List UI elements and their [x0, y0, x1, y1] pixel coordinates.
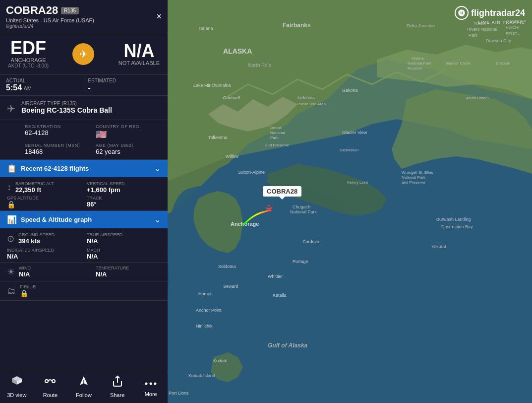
share-button[interactable]: Share	[101, 373, 134, 400]
svg-text:FIRST...: FIRST...	[506, 31, 520, 36]
serial-label: SERIAL NUMBER (MSN)	[25, 143, 90, 148]
svg-text:Park: Park	[270, 135, 279, 140]
svg-text:National Park: National Park	[290, 209, 317, 214]
true-airspeed-block: TRUE AIRSPEED N/A	[87, 232, 161, 245]
actual-time: 5:54	[6, 83, 22, 92]
temperature-block: TEMPERATURE N/A	[96, 266, 161, 278]
estimated-label: ESTIMATED	[88, 78, 162, 83]
estimated-time: -	[88, 83, 162, 92]
mach-block: MACH N/A	[87, 248, 161, 260]
baro-alt-value: 22,350 ft	[15, 186, 55, 194]
true-airspeed-value: N/A	[87, 237, 161, 245]
track-block: TRACK 86°	[87, 196, 161, 208]
close-button[interactable]: ×	[156, 11, 162, 22]
aircraft-tooltip: COBRA28	[263, 186, 301, 197]
aircraft-type-label: AIRCRAFT TYPE (R135)	[21, 101, 112, 106]
serial-value: 18468	[25, 148, 90, 155]
vertical-speed-label: VERTICAL SPEED	[87, 181, 161, 186]
wind-icon: ☀	[7, 267, 15, 277]
svg-text:Gakona: Gakona	[342, 88, 358, 93]
recent-flights-header[interactable]: 📋 Recent 62-4128 flights ⌄	[0, 160, 168, 177]
svg-text:and Preserve: and Preserve	[402, 180, 425, 185]
fr24-attribution: flightradar24	[6, 23, 94, 29]
aircraft-details-section: REGISTRATION 62-4128 COUNTRY OF REG. 🇺🇸 …	[0, 120, 168, 160]
logo-sub: LIVE AIR TRAFFIC	[455, 20, 525, 25]
svg-text:Chugach: Chugach	[293, 204, 310, 209]
speed-section-content: ⊙ GROUND SPEED 394 kts TRUE AIRSPEED N/A…	[0, 228, 168, 263]
svg-point-57	[52, 380, 55, 383]
wind-value: N/A	[19, 270, 31, 278]
svg-text:Public Use Area: Public Use Area	[297, 102, 326, 106]
svg-text:Kodiak Island: Kodiak Island	[188, 373, 215, 378]
svg-text:Gulf of Alaska: Gulf of Alaska	[268, 342, 308, 349]
indicated-airspeed-block: INDICATED AIRSPEED N/A	[7, 248, 81, 260]
country-item: COUNTRY OF REG. 🇺🇸	[96, 124, 161, 140]
route-button[interactable]: Route	[34, 373, 67, 400]
gps-alt-block: GPS ALTITUDE 🔒	[7, 196, 81, 208]
3d-view-button[interactable]: 3D view	[0, 373, 34, 400]
svg-text:Kluane: Kluane	[412, 56, 424, 61]
speed-altitude-label: Speed & Altitude graph	[21, 216, 92, 223]
fir-label: FIR/UIR	[20, 284, 36, 289]
baro-alt-row: ↕ BAROMETRIC ALT. 22,350 ft	[7, 181, 81, 194]
flight-badge: R135	[61, 7, 79, 14]
svg-text:Sutton-Alpine: Sutton-Alpine	[238, 170, 265, 175]
svg-text:National Park: National Park	[408, 61, 432, 66]
svg-point-62	[154, 383, 157, 385]
panel-header: COBRA28 R135 United States - US Air Forc…	[0, 0, 168, 33]
age-label: AGE (May 1962)	[96, 143, 161, 148]
ground-speed-value: 394 kts	[18, 237, 55, 245]
svg-point-60	[145, 383, 148, 385]
svg-text:Reserve: Reserve	[408, 66, 422, 70]
weather-section: ☀ WIND N/A TEMPERATURE N/A	[0, 263, 168, 281]
svg-text:Whittier: Whittier	[268, 274, 283, 279]
svg-text:Alcan Border: Alcan Border	[466, 96, 489, 100]
gps-alt-label: GPS ALTITUDE	[7, 196, 81, 201]
aircraft-info-section: ✈ AIRCRAFT TYPE (R135) Boeing RC-135S Co…	[0, 96, 168, 120]
vertical-speed-block: VERTICAL SPEED +1,600 fpm	[87, 181, 161, 194]
bottom-toolbar: 3D view Route Follow	[0, 370, 168, 403]
svg-text:Rivers National: Rivers National	[467, 27, 497, 32]
speed-icon: ⊙	[7, 233, 14, 244]
follow-button[interactable]: Follow	[67, 373, 101, 400]
3d-view-label: 3D view	[7, 392, 26, 398]
svg-text:Cantwell: Cantwell	[223, 95, 240, 100]
registration-label: REGISTRATION	[25, 124, 90, 129]
speed-altitude-header[interactable]: 📊 Speed & Altitude graph ⌄	[0, 211, 168, 228]
svg-text:Yakutat: Yakutat	[431, 244, 446, 249]
age-item: AGE (May 1962) 62 years	[96, 143, 161, 155]
svg-text:Kenny Lake: Kenny Lake	[347, 180, 368, 185]
track-value: 86°	[87, 201, 161, 208]
wind-label: WIND	[19, 266, 31, 270]
svg-text:Denali: Denali	[270, 126, 282, 130]
fir-lock-icon: 🔒	[20, 289, 36, 297]
svg-text:Delta Junction: Delta Junction	[407, 23, 435, 28]
actual-suffix: AM	[23, 85, 32, 91]
more-icon	[145, 376, 157, 389]
aircraft-type-value: Boeing RC-135S Cobra Ball	[21, 106, 112, 114]
ground-speed-label: GROUND SPEED	[18, 232, 55, 237]
svg-text:Beaver Creek: Beaver Creek	[446, 61, 471, 66]
origin-name: ANCHORAGE	[8, 57, 49, 63]
route-label: Route	[43, 392, 58, 398]
actual-label: ACTUAL	[6, 78, 80, 83]
more-label: More	[145, 391, 157, 397]
baro-alt-label: BAROMETRIC ALT.	[15, 181, 55, 186]
ground-speed-block: ⊙ GROUND SPEED 394 kts	[7, 232, 81, 245]
svg-text:Ninilchik: Ninilchik	[196, 324, 213, 329]
route-icon	[44, 375, 56, 390]
indicated-airspeed-label: INDICATED AIRSPEED	[7, 248, 81, 253]
aircraft-map-icon[interactable]: ✈	[263, 204, 275, 213]
svg-text:Chicken: Chicken	[496, 61, 510, 66]
age-value: 62 years	[96, 148, 161, 155]
svg-text:Seward: Seward	[223, 284, 238, 289]
vertical-speed-value: +1,600 fpm	[87, 186, 161, 194]
svg-text:Burwash Landing: Burwash Landing	[436, 217, 471, 222]
destination-airport: N/A NOT AVAILABLE	[118, 42, 160, 66]
svg-text:Homer: Homer	[198, 291, 212, 296]
indicated-airspeed-value: N/A	[7, 253, 81, 260]
more-button[interactable]: More	[134, 374, 168, 399]
svg-text:HWCHI: HWCHI	[506, 25, 519, 30]
svg-text:Wrangell-St. Elias: Wrangell-St. Elias	[402, 170, 433, 175]
svg-text:Park: Park	[469, 33, 478, 38]
